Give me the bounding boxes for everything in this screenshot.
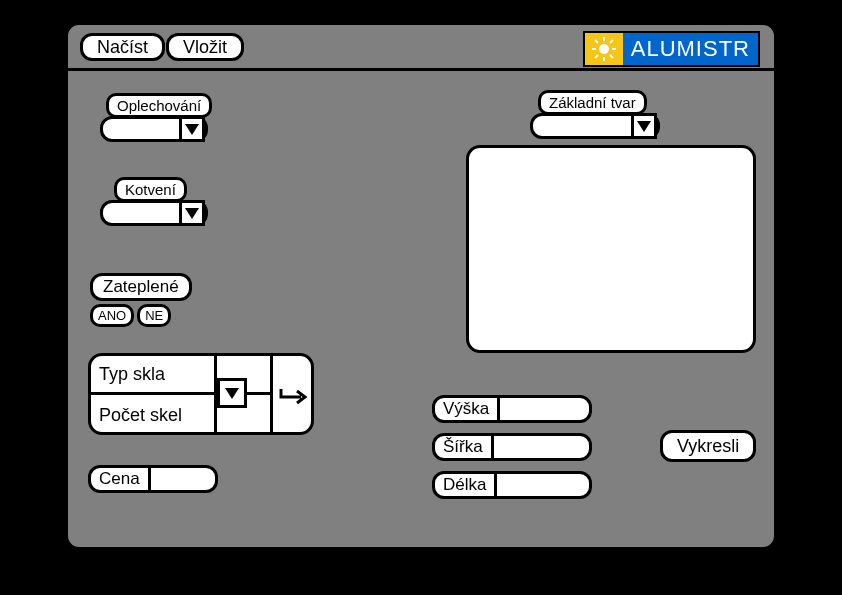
zakladni-tvar-label: Základní tvar bbox=[538, 90, 647, 115]
delka-input[interactable] bbox=[497, 474, 589, 496]
typ-skla-label: Typ skla bbox=[91, 356, 217, 395]
svg-line-8 bbox=[610, 40, 613, 43]
zateplene-no-button[interactable]: NE bbox=[137, 304, 171, 327]
sun-icon bbox=[585, 33, 623, 65]
glass-table: Typ skla Počet skel bbox=[88, 353, 314, 435]
insert-button[interactable]: Vložit bbox=[166, 33, 244, 61]
chevron-down-icon bbox=[179, 116, 205, 142]
cena-field: Cena bbox=[88, 465, 218, 493]
kotveni-group: Kotvení bbox=[100, 177, 208, 226]
vyska-field: Výška bbox=[432, 395, 592, 423]
brand-logo: ALUMISTR bbox=[583, 31, 760, 67]
svg-line-7 bbox=[595, 55, 598, 58]
brand-text: ALUMISTR bbox=[623, 33, 758, 65]
chevron-down-icon bbox=[179, 200, 205, 226]
kotveni-dropdown[interactable] bbox=[100, 200, 208, 226]
zakladni-tvar-dropdown[interactable] bbox=[530, 113, 660, 139]
app-window: Načíst Vložit AL bbox=[65, 22, 777, 550]
zateplene-yes-button[interactable]: ANO bbox=[90, 304, 134, 327]
svg-point-0 bbox=[599, 44, 609, 54]
vyska-label: Výška bbox=[435, 398, 500, 420]
chevron-down-icon bbox=[225, 388, 239, 399]
zateplene-label: Zateplené bbox=[90, 273, 192, 301]
pocet-skel-label: Počet skel bbox=[91, 395, 217, 435]
glass-dropdown-toggle[interactable] bbox=[217, 378, 247, 408]
vyska-input[interactable] bbox=[500, 398, 589, 420]
chevron-down-icon bbox=[631, 113, 657, 139]
sirka-input[interactable] bbox=[494, 436, 589, 458]
arrow-right-icon bbox=[279, 387, 311, 407]
delka-field: Délka bbox=[432, 471, 592, 499]
oplechovani-dropdown[interactable] bbox=[100, 116, 208, 142]
oplechovani-label: Oplechování bbox=[106, 93, 212, 118]
svg-line-6 bbox=[610, 55, 613, 58]
zateplene-group: Zateplené ANO NE bbox=[90, 273, 192, 327]
preview-canvas bbox=[466, 145, 756, 353]
cena-value[interactable] bbox=[151, 468, 215, 490]
zakladni-tvar-group: Základní tvar bbox=[530, 90, 660, 139]
top-bar: Načíst Vložit AL bbox=[68, 25, 774, 71]
sirka-field: Šířka bbox=[432, 433, 592, 461]
cena-label: Cena bbox=[91, 468, 151, 490]
glass-submit-button[interactable] bbox=[273, 356, 317, 438]
sirka-label: Šířka bbox=[435, 436, 494, 458]
load-button[interactable]: Načíst bbox=[80, 33, 165, 61]
kotveni-label: Kotvení bbox=[114, 177, 187, 202]
vykresli-button[interactable]: Vykresli bbox=[660, 430, 756, 462]
oplechovani-group: Oplechování bbox=[100, 93, 212, 142]
delka-label: Délka bbox=[435, 474, 497, 496]
svg-line-5 bbox=[595, 40, 598, 43]
